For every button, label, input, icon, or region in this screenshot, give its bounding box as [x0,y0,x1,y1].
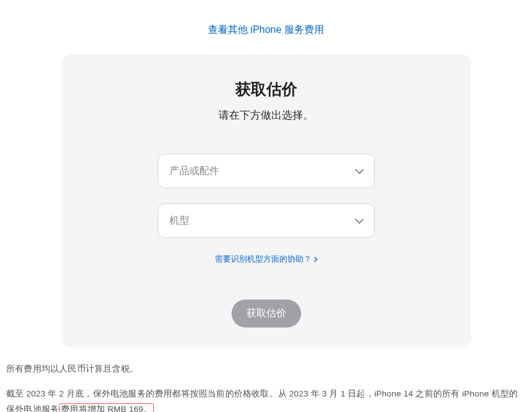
card-subtitle: 请在下方做出选择。 [86,108,446,122]
top-link-container: 查看其他 iPhone 服务费用 [0,0,532,54]
model-select-wrapper: 机型 [158,203,375,238]
chevron-right-icon [314,255,318,264]
product-select[interactable]: 产品或配件 [158,153,375,188]
footnote-price-change: 截至 2023 年 2 月底，保外电池服务的费用都将按照当前的价格收取。从 20… [6,386,526,412]
model-select[interactable]: 机型 [158,203,375,238]
estimate-card: 获取估价 请在下方做出选择。 产品或配件 机型 需要识别机型方面的协助？ 获取估… [61,54,471,347]
product-select-wrapper: 产品或配件 [158,153,375,188]
card-title: 获取估价 [86,79,446,99]
get-estimate-button[interactable]: 获取估价 [232,300,301,327]
other-services-link[interactable]: 查看其他 iPhone 服务费用 [208,24,324,35]
footnote-currency: 所有费用均以人民币计算且含税。 [6,361,526,377]
help-link-label: 需要识别机型方面的协助？ [215,254,312,265]
price-increase-highlight: 费用将增加 RMB 169。 [59,403,154,412]
help-identify-link[interactable]: 需要识别机型方面的协助？ [215,254,318,265]
